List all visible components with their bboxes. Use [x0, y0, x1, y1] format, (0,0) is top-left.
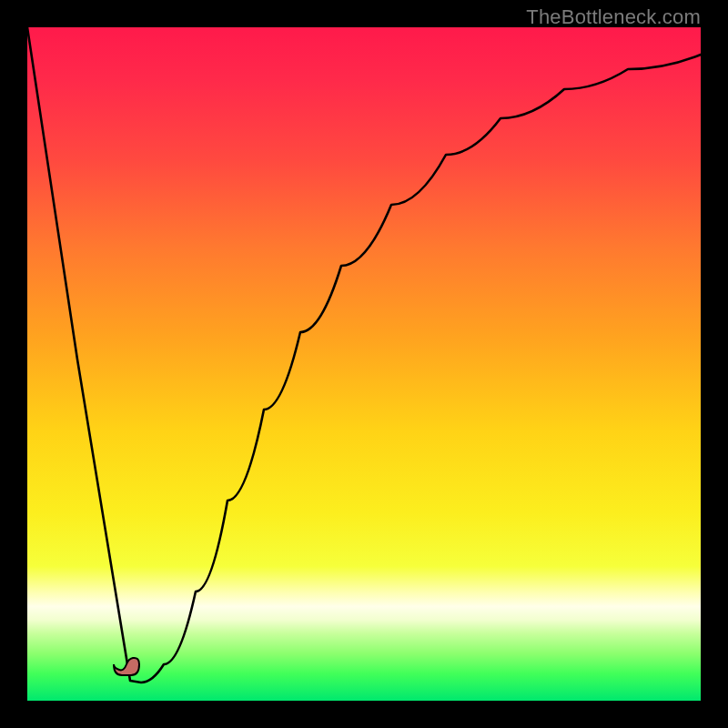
watermark-text: TheBottleneck.com [526, 5, 701, 29]
bottleneck-curve [27, 27, 701, 701]
